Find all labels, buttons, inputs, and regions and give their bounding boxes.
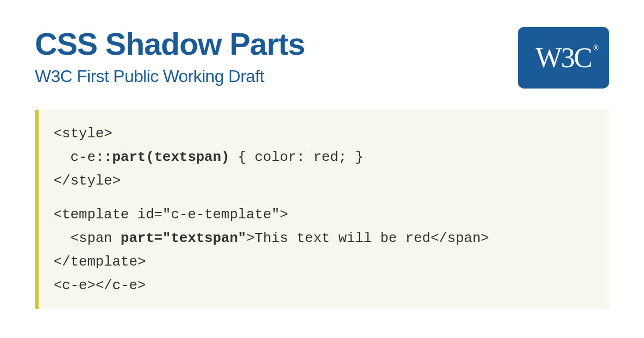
code-text: >This text will be red</span> <box>246 230 489 246</box>
code-line: c-e::part(textspan) { color: red; } <box>54 145 594 169</box>
code-text: <template id="c-e-template"> <box>54 207 288 223</box>
code-paragraph-1: <style> c-e::part(textspan) { color: red… <box>54 122 594 193</box>
page-title: CSS Shadow Parts <box>35 27 502 61</box>
code-text: <c-e></c-e> <box>54 277 146 293</box>
subtitle: W3C First Public Working Draft <box>35 67 502 86</box>
w3c-logo-text: W3C® <box>536 42 591 74</box>
w3c-logo-label: W3C <box>536 42 591 73</box>
w3c-logo: W3C® <box>518 27 609 89</box>
code-text: <span <box>54 230 121 246</box>
code-line: <style> <box>54 122 594 145</box>
code-text: </template> <box>54 254 146 270</box>
code-text: c-e <box>54 149 96 165</box>
code-line: <span part="textspan">This text will be … <box>54 226 594 250</box>
code-line: <template id="c-e-template"> <box>54 203 594 226</box>
code-text: { color: red; } <box>230 149 364 165</box>
code-paragraph-2: <template id="c-e-template"> <span part=… <box>54 203 594 298</box>
title-block: CSS Shadow Parts W3C First Public Workin… <box>35 27 502 86</box>
header: CSS Shadow Parts W3C First Public Workin… <box>35 27 609 89</box>
code-text-bold: part="textspan" <box>121 230 246 246</box>
code-text: </style> <box>54 173 121 189</box>
code-line: </template> <box>54 250 594 274</box>
code-example: <style> c-e::part(textspan) { color: red… <box>35 110 609 309</box>
code-line: </style> <box>54 169 594 193</box>
code-text: <style> <box>54 126 112 142</box>
registered-mark-icon: ® <box>593 44 598 53</box>
code-line: <c-e></c-e> <box>54 274 594 297</box>
code-text-bold: ::part(textspan) <box>96 149 230 165</box>
